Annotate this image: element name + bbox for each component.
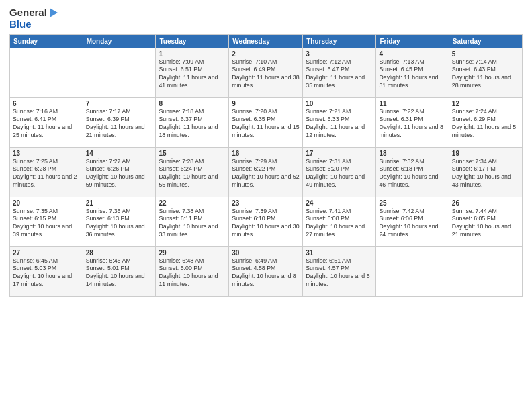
day-info: Sunrise: 7:12 AM Sunset: 6:47 PM Dayligh… <box>306 58 373 91</box>
day-number: 13 <box>13 150 80 157</box>
day-info: Sunrise: 6:51 AM Sunset: 4:57 PM Dayligh… <box>306 257 373 289</box>
day-number: 19 <box>452 150 519 157</box>
col-header-sunday: Sunday <box>10 34 83 48</box>
day-info: Sunrise: 7:36 AM Sunset: 6:13 PM Dayligh… <box>86 208 153 240</box>
day-cell: 22Sunrise: 7:38 AM Sunset: 6:11 PM Dayli… <box>156 197 229 246</box>
day-cell: 23Sunrise: 7:39 AM Sunset: 6:10 PM Dayli… <box>229 197 303 246</box>
day-number: 4 <box>379 50 445 58</box>
day-number: 28 <box>86 249 153 257</box>
day-number: 17 <box>306 150 373 157</box>
day-number: 2 <box>232 50 300 58</box>
day-cell: 30Sunrise: 6:49 AM Sunset: 4:58 PM Dayli… <box>229 246 303 296</box>
day-number: 12 <box>452 100 519 107</box>
day-number: 7 <box>86 100 153 107</box>
week-row-3: 13Sunrise: 7:25 AM Sunset: 6:28 PM Dayli… <box>10 147 523 197</box>
col-header-tuesday: Tuesday <box>156 34 229 48</box>
day-cell: 8Sunrise: 7:18 AM Sunset: 6:37 PM Daylig… <box>156 97 229 147</box>
day-cell <box>449 246 522 296</box>
day-cell: 14Sunrise: 7:27 AM Sunset: 6:26 PM Dayli… <box>83 147 156 197</box>
day-number: 16 <box>232 150 300 157</box>
header-row: SundayMondayTuesdayWednesdayThursdayFrid… <box>10 34 523 48</box>
day-number: 23 <box>232 199 300 207</box>
day-number: 5 <box>452 50 519 58</box>
day-info: Sunrise: 7:13 AM Sunset: 6:45 PM Dayligh… <box>379 58 445 91</box>
day-cell: 18Sunrise: 7:32 AM Sunset: 6:18 PM Dayli… <box>376 147 449 197</box>
day-number: 20 <box>13 199 80 207</box>
day-number: 27 <box>13 249 80 257</box>
day-cell: 4Sunrise: 7:13 AM Sunset: 6:45 PM Daylig… <box>376 48 449 97</box>
day-cell: 20Sunrise: 7:35 AM Sunset: 6:15 PM Dayli… <box>10 197 83 246</box>
day-cell: 13Sunrise: 7:25 AM Sunset: 6:28 PM Dayli… <box>10 147 83 197</box>
logo-arrow-icon <box>47 7 59 19</box>
day-number: 3 <box>306 50 373 58</box>
day-number: 15 <box>159 150 226 157</box>
day-info: Sunrise: 7:41 AM Sunset: 6:08 PM Dayligh… <box>306 208 373 240</box>
day-info: Sunrise: 7:09 AM Sunset: 6:51 PM Dayligh… <box>159 58 226 91</box>
day-cell: 25Sunrise: 7:42 AM Sunset: 6:06 PM Dayli… <box>376 197 449 246</box>
day-number: 25 <box>379 199 445 207</box>
day-number: 26 <box>452 199 519 207</box>
col-header-thursday: Thursday <box>303 34 376 48</box>
day-cell: 3Sunrise: 7:12 AM Sunset: 6:47 PM Daylig… <box>303 48 376 97</box>
col-header-wednesday: Wednesday <box>229 34 303 48</box>
day-cell: 27Sunrise: 6:45 AM Sunset: 5:03 PM Dayli… <box>10 246 83 296</box>
day-cell: 6Sunrise: 7:16 AM Sunset: 6:41 PM Daylig… <box>10 97 83 147</box>
day-info: Sunrise: 7:25 AM Sunset: 6:28 PM Dayligh… <box>13 158 80 190</box>
day-info: Sunrise: 6:45 AM Sunset: 5:03 PM Dayligh… <box>13 257 80 289</box>
day-info: Sunrise: 7:20 AM Sunset: 6:35 PM Dayligh… <box>232 108 300 140</box>
day-number: 29 <box>159 249 226 257</box>
week-row-1: 1Sunrise: 7:09 AM Sunset: 6:51 PM Daylig… <box>10 48 523 97</box>
day-info: Sunrise: 6:46 AM Sunset: 5:01 PM Dayligh… <box>86 257 153 289</box>
day-cell: 28Sunrise: 6:46 AM Sunset: 5:01 PM Dayli… <box>83 246 156 296</box>
week-row-5: 27Sunrise: 6:45 AM Sunset: 5:03 PM Dayli… <box>10 246 523 296</box>
day-cell: 16Sunrise: 7:29 AM Sunset: 6:22 PM Dayli… <box>229 147 303 197</box>
logo-text-blue: Blue <box>9 19 32 30</box>
day-number: 9 <box>232 100 300 107</box>
logo-text-general: General <box>9 7 47 19</box>
col-header-friday: Friday <box>376 34 449 48</box>
day-cell: 1Sunrise: 7:09 AM Sunset: 6:51 PM Daylig… <box>156 48 229 97</box>
day-info: Sunrise: 7:17 AM Sunset: 6:39 PM Dayligh… <box>86 108 153 140</box>
day-cell: 7Sunrise: 7:17 AM Sunset: 6:39 PM Daylig… <box>83 97 156 147</box>
day-number: 11 <box>379 100 445 107</box>
calendar-container: General Blue SundayMondayTuesdayWednesda… <box>0 0 532 304</box>
day-info: Sunrise: 7:31 AM Sunset: 6:20 PM Dayligh… <box>306 158 373 190</box>
day-number: 8 <box>159 100 226 107</box>
day-cell: 24Sunrise: 7:41 AM Sunset: 6:08 PM Dayli… <box>303 197 376 246</box>
day-info: Sunrise: 7:24 AM Sunset: 6:29 PM Dayligh… <box>452 108 519 140</box>
day-info: Sunrise: 7:28 AM Sunset: 6:24 PM Dayligh… <box>159 158 226 190</box>
header: General Blue <box>9 7 523 30</box>
day-info: Sunrise: 7:16 AM Sunset: 6:41 PM Dayligh… <box>13 108 80 140</box>
day-cell <box>376 246 449 296</box>
day-info: Sunrise: 7:21 AM Sunset: 6:33 PM Dayligh… <box>306 108 373 140</box>
col-header-saturday: Saturday <box>449 34 522 48</box>
day-cell: 11Sunrise: 7:22 AM Sunset: 6:31 PM Dayli… <box>376 97 449 147</box>
calendar-table: SundayMondayTuesdayWednesdayThursdayFrid… <box>9 34 523 297</box>
day-number: 10 <box>306 100 373 107</box>
day-info: Sunrise: 7:39 AM Sunset: 6:10 PM Dayligh… <box>232 208 300 240</box>
day-info: Sunrise: 7:38 AM Sunset: 6:11 PM Dayligh… <box>159 208 226 240</box>
day-info: Sunrise: 7:34 AM Sunset: 6:17 PM Dayligh… <box>452 158 519 190</box>
day-info: Sunrise: 7:42 AM Sunset: 6:06 PM Dayligh… <box>379 208 445 240</box>
day-cell: 19Sunrise: 7:34 AM Sunset: 6:17 PM Dayli… <box>449 147 522 197</box>
day-cell: 2Sunrise: 7:10 AM Sunset: 6:49 PM Daylig… <box>229 48 303 97</box>
day-info: Sunrise: 7:29 AM Sunset: 6:22 PM Dayligh… <box>232 158 300 190</box>
day-cell: 29Sunrise: 6:48 AM Sunset: 5:00 PM Dayli… <box>156 246 229 296</box>
day-cell: 21Sunrise: 7:36 AM Sunset: 6:13 PM Dayli… <box>83 197 156 246</box>
day-info: Sunrise: 7:10 AM Sunset: 6:49 PM Dayligh… <box>232 58 300 91</box>
day-info: Sunrise: 7:22 AM Sunset: 6:31 PM Dayligh… <box>379 108 445 140</box>
day-info: Sunrise: 7:27 AM Sunset: 6:26 PM Dayligh… <box>86 158 153 190</box>
day-info: Sunrise: 7:18 AM Sunset: 6:37 PM Dayligh… <box>159 108 226 140</box>
col-header-monday: Monday <box>83 34 156 48</box>
day-info: Sunrise: 6:49 AM Sunset: 4:58 PM Dayligh… <box>232 257 300 289</box>
day-info: Sunrise: 7:32 AM Sunset: 6:18 PM Dayligh… <box>379 158 445 190</box>
day-cell: 10Sunrise: 7:21 AM Sunset: 6:33 PM Dayli… <box>303 97 376 147</box>
day-cell: 15Sunrise: 7:28 AM Sunset: 6:24 PM Dayli… <box>156 147 229 197</box>
day-number: 24 <box>306 199 373 207</box>
day-cell <box>83 48 156 97</box>
day-cell: 5Sunrise: 7:14 AM Sunset: 6:43 PM Daylig… <box>449 48 522 97</box>
week-row-4: 20Sunrise: 7:35 AM Sunset: 6:15 PM Dayli… <box>10 197 523 246</box>
day-number: 30 <box>232 249 300 257</box>
day-cell: 9Sunrise: 7:20 AM Sunset: 6:35 PM Daylig… <box>229 97 303 147</box>
day-number: 22 <box>159 199 226 207</box>
